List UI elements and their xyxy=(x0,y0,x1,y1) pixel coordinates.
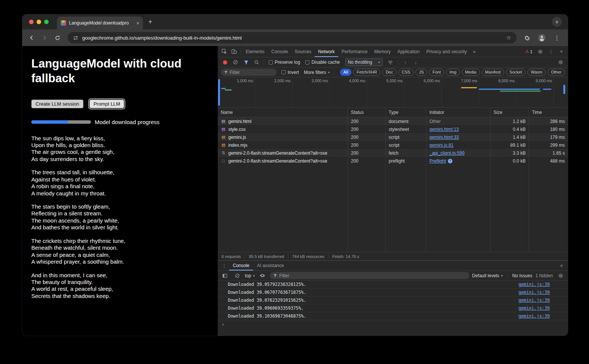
window-chevron-button[interactable]: ∨ xyxy=(552,17,562,27)
console-log-entry[interactable]: Downloaded 39.07623291015625%. gemini.js… xyxy=(218,296,568,304)
filter-pill-manifest[interactable]: Manifest xyxy=(482,69,504,76)
search-icon[interactable] xyxy=(252,58,261,67)
maximize-window-button[interactable] xyxy=(44,20,49,24)
context-select[interactable]: top ▾ xyxy=(245,273,255,278)
browser-menu-icon[interactable]: ⋮ xyxy=(551,32,563,43)
source-link[interactable]: gemini.js:39 xyxy=(518,298,550,303)
drawer-tab-console[interactable]: Console xyxy=(229,261,253,270)
record-network-log-icon[interactable] xyxy=(220,58,230,67)
tab-sources[interactable]: Sources xyxy=(291,46,315,57)
profile-avatar[interactable] xyxy=(536,32,547,43)
column-header-size[interactable]: Size xyxy=(491,108,529,117)
filter-pill-other[interactable]: Other xyxy=(547,69,565,76)
create-llm-session-button[interactable]: Create LLM session xyxy=(31,100,83,108)
network-filter-input[interactable] xyxy=(230,70,273,75)
address-bar[interactable]: googlechrome.github.io/samples/downloadi… xyxy=(68,32,517,43)
initiator-link[interactable]: gemini.js:81 xyxy=(429,143,454,148)
checkbox[interactable] xyxy=(305,60,309,65)
tab-privacy-and-security[interactable]: Privacy and security xyxy=(423,46,470,57)
timeline-left-handle[interactable] xyxy=(218,79,220,106)
preflight-info-icon[interactable]: ? xyxy=(448,159,452,163)
column-header-type[interactable]: Type xyxy=(386,108,426,117)
network-conditions-icon[interactable] xyxy=(386,58,395,67)
preserve-log-checkbox[interactable]: Preserve log xyxy=(266,60,302,65)
filter-funnel-icon[interactable] xyxy=(241,58,251,67)
filter-pill-wasm[interactable]: Wasm xyxy=(527,69,546,76)
back-icon[interactable] xyxy=(26,32,37,43)
devtools-close-icon[interactable]: × xyxy=(557,47,566,56)
import-har-icon[interactable]: ↓ xyxy=(411,58,421,67)
invert-checkbox[interactable]: Invert xyxy=(279,70,301,75)
console-log-entry[interactable]: Downloaded 39.0960693359375%. gemini.js:… xyxy=(218,304,568,312)
initiator-link[interactable]: gemini.html:33 xyxy=(429,135,459,140)
clear-network-log-icon[interactable] xyxy=(231,58,240,67)
console-prompt[interactable]: › xyxy=(218,320,568,328)
tab-performance[interactable]: Performance xyxy=(338,46,371,57)
console-log-entry[interactable]: Downloaded 39.05792236328125%. gemini.js… xyxy=(218,281,568,289)
source-link[interactable]: gemini.js:39 xyxy=(518,306,550,311)
tab-console[interactable]: Console xyxy=(268,46,291,57)
column-header-time[interactable]: Time xyxy=(529,108,568,117)
network-timeline-overview[interactable]: 1,000 ms 2,000 ms 3,000 ms 4,000 ms 5,00… xyxy=(218,77,568,108)
timeline-right-handle[interactable] xyxy=(563,85,565,94)
console-log-entry[interactable]: Downloaded 39.10369873046875%. gemini.js… xyxy=(218,312,568,320)
checkbox[interactable] xyxy=(281,70,286,74)
drawer-tab-ai-assistance[interactable]: AI assistance xyxy=(253,261,288,270)
initiator-link[interactable]: gemini.html:13 xyxy=(429,127,459,132)
column-header-initiator[interactable]: Initiator xyxy=(426,108,491,117)
source-link[interactable]: gemini.js:39 xyxy=(518,282,550,287)
inspect-element-icon[interactable] xyxy=(219,47,229,56)
new-tab-button[interactable]: + xyxy=(148,18,152,25)
live-expression-eye-icon[interactable] xyxy=(257,271,267,280)
filter-pill-doc[interactable]: Doc xyxy=(382,69,397,76)
console-log-entry[interactable]: Downloaded 39.06707763671875%. gemini.js… xyxy=(218,289,568,296)
filter-pill-fetch-xhr[interactable]: Fetch/XHR xyxy=(353,69,380,76)
extensions-icon[interactable] xyxy=(521,32,532,43)
forward-icon[interactable] xyxy=(39,32,50,43)
disable-cache-checkbox[interactable]: Disable cache xyxy=(303,60,342,65)
site-settings-icon[interactable] xyxy=(73,35,78,41)
network-filter-field[interactable] xyxy=(221,69,277,76)
initiator-link[interactable]: _api_client.ts:599 xyxy=(429,151,464,156)
devtools-menu-icon[interactable]: ⋮ xyxy=(546,47,556,56)
console-settings-gear-icon[interactable] xyxy=(556,271,566,280)
filter-pill-socket[interactable]: Socket xyxy=(506,69,526,76)
tab-elements[interactable]: Elements xyxy=(242,46,268,57)
prompt-llm-button[interactable]: Prompt LLM xyxy=(89,100,125,108)
throttling-select[interactable]: No throttling ▾ xyxy=(345,58,383,66)
export-har-icon[interactable]: ↑ xyxy=(400,58,410,67)
drawer-close-icon[interactable]: × xyxy=(557,261,566,270)
clear-console-icon[interactable] xyxy=(232,271,242,280)
reload-icon[interactable] xyxy=(52,32,63,43)
tab-close-icon[interactable]: × xyxy=(136,20,139,26)
more-filters-dropdown[interactable]: More filters ▾ xyxy=(304,70,330,75)
filter-pill-all[interactable]: All xyxy=(340,69,351,76)
initiator-link[interactable]: Preflight xyxy=(429,158,446,164)
drawer-menu-icon[interactable]: ⋮ xyxy=(219,261,229,270)
minimize-window-button[interactable] xyxy=(37,20,41,24)
close-window-button[interactable] xyxy=(29,20,34,24)
device-toolbar-icon[interactable] xyxy=(229,47,239,56)
error-badge[interactable]: ⚠ 1 xyxy=(523,49,535,54)
checkbox[interactable] xyxy=(269,60,273,65)
more-panels-icon[interactable]: » xyxy=(470,49,478,54)
filter-pill-js[interactable]: JS xyxy=(415,69,427,76)
filter-pill-media[interactable]: Media xyxy=(462,69,480,76)
source-link[interactable]: gemini.js:39 xyxy=(518,290,550,295)
console-filter-field[interactable] xyxy=(270,272,469,279)
tab-network[interactable]: Network xyxy=(315,46,338,57)
devtools-settings-gear-icon[interactable] xyxy=(535,47,545,56)
column-header-status[interactable]: Status xyxy=(348,108,386,117)
browser-tab[interactable]: LanguageModel downloadpro × xyxy=(57,17,143,29)
console-filter-input[interactable] xyxy=(279,273,466,278)
console-sidebar-icon[interactable] xyxy=(220,271,230,280)
network-settings-gear-icon[interactable] xyxy=(556,58,566,67)
bookmark-star-icon[interactable]: ☆ xyxy=(506,34,511,41)
tab-application[interactable]: Application xyxy=(394,46,423,57)
source-link[interactable]: gemini.js:39 xyxy=(518,313,550,319)
filter-pill-img[interactable]: Img xyxy=(446,69,460,76)
filter-pill-font[interactable]: Font xyxy=(429,69,444,76)
log-levels-select[interactable]: Default levels ▾ xyxy=(472,273,503,278)
filter-pill-css[interactable]: CSS xyxy=(398,69,414,76)
column-header-name[interactable]: Name xyxy=(218,108,348,117)
